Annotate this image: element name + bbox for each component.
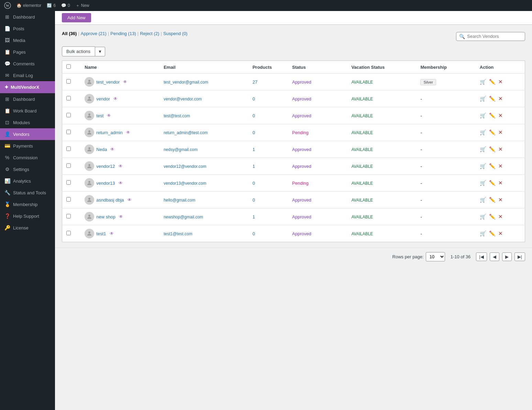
- sidebar-item-work-board[interactable]: 📋 Work Board: [0, 105, 55, 117]
- add-new-button[interactable]: Add New: [62, 13, 91, 22]
- view-vendor-icon[interactable]: 👁: [119, 214, 123, 219]
- sidebar-item-status-tools[interactable]: 🔧 Status and Tools: [0, 187, 55, 198]
- edit-icon[interactable]: ✏️: [489, 146, 496, 152]
- next-page-button[interactable]: ▶: [502, 252, 512, 261]
- edit-icon[interactable]: ✏️: [489, 163, 496, 169]
- sidebar-item-membership[interactable]: 🏅 Membership: [0, 198, 55, 210]
- new-item[interactable]: ＋ New: [76, 3, 89, 9]
- row-checkbox[interactable]: [66, 96, 71, 100]
- sidebar-item-comments[interactable]: 💬 Comments: [0, 58, 55, 69]
- sidebar-item-payments[interactable]: 💳 Payments: [0, 140, 55, 152]
- tab-suspend[interactable]: Suspend (0): [163, 30, 188, 37]
- sidebar-item-settings[interactable]: ⚙ Settings: [0, 163, 55, 175]
- vendor-name[interactable]: vendor12: [96, 164, 115, 169]
- site-name-item[interactable]: 🏠 elementor: [16, 3, 41, 8]
- view-vendor-icon[interactable]: 👁: [107, 113, 111, 118]
- cart-icon[interactable]: 🛒: [480, 214, 486, 220]
- cart-icon[interactable]: 🛒: [480, 146, 486, 152]
- view-vendor-icon[interactable]: 👁: [123, 79, 127, 84]
- bulk-actions-select[interactable]: Bulk actions Approve Reject Delete: [62, 46, 95, 56]
- row-checkbox[interactable]: [66, 113, 71, 117]
- vendor-name[interactable]: vendor: [96, 96, 110, 101]
- rows-per-page-select[interactable]: 10 25 50 100: [426, 252, 445, 261]
- cart-icon[interactable]: 🛒: [480, 96, 486, 102]
- sidebar-item-posts[interactable]: 📄 Posts: [0, 23, 55, 34]
- view-vendor-icon[interactable]: 👁: [113, 96, 118, 101]
- row-checkbox[interactable]: [66, 231, 71, 235]
- vendor-name[interactable]: asndbasj dbja: [96, 197, 124, 203]
- row-checkbox[interactable]: [66, 180, 71, 185]
- comments-item[interactable]: 💬 0: [61, 3, 70, 8]
- edit-icon[interactable]: ✏️: [489, 214, 496, 220]
- sidebar-item-dashboard[interactable]: ⊞ Dashboard: [0, 11, 55, 23]
- edit-icon[interactable]: ✏️: [489, 79, 496, 85]
- svg-point-11: [88, 231, 90, 234]
- sidebar-item-license[interactable]: 🔑 License: [0, 222, 55, 234]
- delete-icon[interactable]: ✕: [498, 180, 503, 186]
- first-page-button[interactable]: |◀: [476, 252, 487, 261]
- row-checkbox[interactable]: [66, 197, 71, 202]
- row-checkbox[interactable]: [66, 147, 71, 151]
- cart-icon[interactable]: 🛒: [480, 79, 486, 85]
- cart-icon[interactable]: 🛒: [480, 112, 486, 119]
- view-vendor-icon[interactable]: 👁: [128, 197, 132, 202]
- sidebar-item-email-log[interactable]: ✉ Email Log: [0, 69, 55, 81]
- sidebar-item-modules[interactable]: ⊡ Modules: [0, 117, 55, 128]
- vendor-name[interactable]: new shop: [96, 214, 115, 219]
- vendor-name[interactable]: test: [96, 113, 103, 118]
- delete-icon[interactable]: ✕: [498, 230, 503, 237]
- tab-pending[interactable]: Pending (13): [110, 30, 136, 37]
- delete-icon[interactable]: ✕: [498, 96, 503, 102]
- edit-icon[interactable]: ✏️: [489, 112, 496, 119]
- bulk-actions-apply[interactable]: ▼: [95, 47, 105, 56]
- sidebar-item-vendors[interactable]: 👤 Vendors: [0, 128, 55, 140]
- search-input[interactable]: [467, 34, 522, 39]
- tab-all[interactable]: All (36): [62, 30, 77, 37]
- cart-icon[interactable]: 🛒: [480, 129, 486, 136]
- delete-icon[interactable]: ✕: [498, 79, 503, 85]
- edit-icon[interactable]: ✏️: [489, 197, 496, 203]
- cart-icon[interactable]: 🛒: [480, 230, 486, 237]
- view-vendor-icon[interactable]: 👁: [126, 130, 130, 135]
- wp-logo-item[interactable]: W: [4, 2, 11, 9]
- cart-icon[interactable]: 🛒: [480, 197, 486, 203]
- prev-page-button[interactable]: ◀: [490, 252, 499, 261]
- delete-icon[interactable]: ✕: [498, 214, 503, 220]
- edit-icon[interactable]: ✏️: [489, 230, 496, 237]
- edit-icon[interactable]: ✏️: [489, 129, 496, 136]
- cart-icon[interactable]: 🛒: [480, 180, 486, 186]
- edit-icon[interactable]: ✏️: [489, 96, 496, 102]
- select-all-checkbox[interactable]: [66, 64, 71, 69]
- sidebar-item-help-support[interactable]: ❓ Help Support: [0, 210, 55, 222]
- row-checkbox[interactable]: [66, 163, 71, 168]
- sidebar-item-media[interactable]: 🖼 Media: [0, 34, 55, 46]
- vendor-name[interactable]: vendor13: [96, 181, 115, 186]
- delete-icon[interactable]: ✕: [498, 146, 503, 152]
- vendor-name[interactable]: return_admin: [96, 130, 123, 135]
- view-vendor-icon[interactable]: 👁: [119, 164, 123, 169]
- sidebar-item-analytics[interactable]: 📊 Analytics: [0, 175, 55, 187]
- vendor-name[interactable]: test1: [96, 231, 106, 236]
- delete-icon[interactable]: ✕: [498, 129, 503, 136]
- view-vendor-icon[interactable]: 👁: [110, 147, 114, 152]
- sidebar-item-commission[interactable]: % Commission: [0, 152, 55, 163]
- vendor-name[interactable]: test_vendor: [96, 79, 120, 85]
- updates-item[interactable]: 🔄 6: [47, 3, 56, 8]
- sidebar-item-mvx-dashboard[interactable]: ⊞ Dashboard: [0, 93, 55, 105]
- tab-reject[interactable]: Reject (2): [140, 30, 159, 37]
- view-vendor-icon[interactable]: 👁: [119, 181, 123, 185]
- view-vendor-icon[interactable]: 👁: [110, 231, 114, 236]
- edit-icon[interactable]: ✏️: [489, 180, 496, 186]
- cart-icon[interactable]: 🛒: [480, 163, 486, 169]
- row-checkbox[interactable]: [66, 130, 71, 134]
- delete-icon[interactable]: ✕: [498, 197, 503, 203]
- rows-label: Rows per page:: [392, 254, 424, 259]
- delete-icon[interactable]: ✕: [498, 112, 503, 119]
- sidebar-item-pages[interactable]: 📋 Pages: [0, 46, 55, 58]
- row-checkbox[interactable]: [66, 79, 71, 84]
- vendor-name[interactable]: Neda: [96, 147, 107, 152]
- delete-icon[interactable]: ✕: [498, 163, 503, 169]
- tab-approve[interactable]: Approve (21): [81, 30, 107, 37]
- row-checkbox[interactable]: [66, 214, 71, 218]
- last-page-button[interactable]: ▶|: [514, 252, 525, 261]
